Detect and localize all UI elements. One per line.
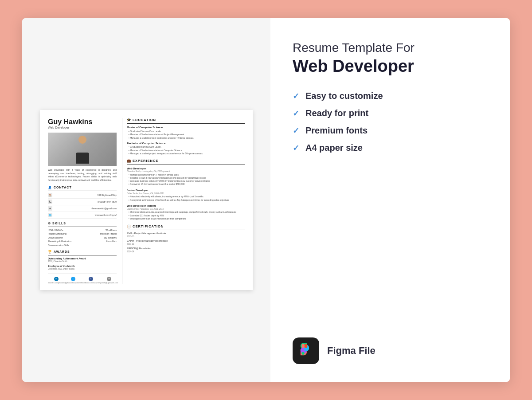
contact-list: 🏠 134 Rightward Way 📞 (000)954-987-2679 … — [48, 193, 117, 219]
social-twitter: t @johnsmithutw.twitter — [64, 277, 82, 284]
svg-rect-1 — [301, 344, 304, 348]
social-facebook: f facebook.com/my.smith — [82, 277, 100, 284]
main-container: Guy Hawkins Web Developer Web Developer … — [22, 18, 510, 382]
info-main-title: Web Developer — [293, 57, 492, 76]
job-item: Junior Developer Didier Sachs, Los Santo… — [127, 188, 245, 202]
experience-section: 💼 EXPERIENCE Web Developer Claredon Smit… — [127, 159, 245, 220]
svg-rect-2 — [301, 348, 304, 352]
feature-paper: ✓ A4 paper size — [293, 143, 492, 153]
contact-section-title: 👤 CONTACT — [48, 185, 117, 191]
phone-icon: 📞 — [48, 200, 52, 204]
contact-icon: 👤 — [48, 185, 52, 190]
contact-email: ✉ theresawebb@gmail.com — [48, 206, 117, 212]
contact-section: 👤 CONTACT 🏠 134 Rightward Way 📞 (000)954… — [48, 185, 117, 219]
award-item: Outstanding Achievement Award 2017, Clar… — [48, 257, 117, 263]
skills-icon: ⚙ — [48, 221, 51, 226]
skill-row: Photoshop & Illustration Linux/Unix — [48, 240, 117, 243]
resume-job-title: Web Developer — [48, 125, 117, 130]
skill-row: Dream Weaver MS Windows — [48, 236, 117, 239]
education-title: 🎓 EDUCATION — [127, 118, 245, 124]
skill-row: Communication Skills — [48, 244, 117, 247]
contact-phone-text: (000)954-987-2679 — [54, 200, 117, 204]
awards-section: 🏆 AWARDS Outstanding Achievement Award 2… — [48, 250, 117, 271]
email-icon: ✉ — [48, 206, 52, 211]
email-social-icon: ✉ — [107, 277, 111, 281]
info-top: Resume Template For Web Developer ✓ Easy… — [293, 40, 492, 171]
resume-bio: Web Developer with 8 years of experience… — [48, 169, 117, 182]
check-icon: ✓ — [293, 109, 299, 118]
features-list: ✓ Easy to customize ✓ Ready for print ✓ … — [293, 91, 492, 153]
feature-label-print: Ready for print — [305, 108, 368, 118]
cert-item: PMP - Project Management Institute 2010-… — [127, 232, 245, 238]
contact-web-text: www.webb.com/mycv/ — [54, 214, 117, 217]
contact-address: 🏠 134 Rightward Way — [48, 193, 117, 199]
contact-web: 🌐 www.webb.com/mycv/ — [48, 213, 117, 219]
check-icon: ✓ — [293, 143, 299, 153]
skill-row: HTML/JAVA/C+ WordPress — [48, 229, 117, 232]
resume-photo — [48, 133, 117, 166]
svg-rect-4 — [305, 344, 307, 348]
resume-left-column: Guy Hawkins Web Developer Web Developer … — [48, 118, 117, 284]
check-icon: ✓ — [293, 91, 299, 101]
web-icon: 🌐 — [48, 213, 52, 217]
job-item: Web Developer (intern) Legal Genius, Pas… — [127, 204, 245, 220]
figma-logo-box — [293, 337, 319, 364]
info-panel: Resume Template For Web Developer ✓ Easy… — [270, 18, 510, 382]
job-item: Web Developer Claredon Smith, Los Angele… — [127, 167, 245, 187]
skills-list: HTML/JAVA/C+ WordPress Project Schedulin… — [48, 229, 117, 247]
feature-label-customize: Easy to customize — [305, 91, 383, 101]
person-figure — [74, 135, 91, 164]
info-subtitle: Resume Template For — [293, 40, 492, 55]
contact-phone: 📞 (000)954-987-2679 — [48, 200, 117, 205]
awards-section-title: 🏆 AWARDS — [48, 250, 117, 255]
figma-section: Figma File — [293, 337, 492, 364]
twitter-icon: t — [71, 277, 75, 281]
skill-row: Project Scheduling Microsoft Project — [48, 232, 117, 235]
cert-item: PRINCE@ Foundation 2014-04 — [127, 247, 245, 253]
skills-section-title: ⚙ SKILLS — [48, 221, 117, 227]
feature-print: ✓ Ready for print — [293, 108, 492, 118]
contact-email-text: theresawebb@gmail.com — [54, 207, 117, 210]
figma-label: Figma File — [327, 345, 376, 357]
facebook-icon: f — [89, 277, 93, 281]
social-linkedin: in linkedin.com/johnutw — [48, 277, 64, 284]
contact-address-text: 134 Rightward Way — [54, 194, 117, 197]
skills-section: ⚙ SKILLS HTML/JAVA/C+ WordPress Project … — [48, 221, 117, 247]
certification-section: 📋 CERTiFiCATiON PMP - Project Management… — [127, 224, 245, 253]
experience-title: 💼 EXPERIENCE — [127, 159, 245, 165]
resume-preview: Guy Hawkins Web Developer Web Developer … — [22, 18, 270, 382]
resume-right-column: 🎓 EDUCATION Master of Computer Science G… — [122, 118, 245, 284]
award-item: Employee of the Month December 2009, Did… — [48, 265, 117, 271]
feature-label-fonts: Premium fonts — [305, 125, 368, 136]
feature-fonts: ✓ Premium fonts — [293, 125, 492, 136]
cert-item: CAPM - Project Management Institute 2007… — [127, 239, 245, 246]
education-icon: 🎓 — [127, 118, 131, 123]
degree-item: Bachelor of Computer Science Graduated S… — [127, 141, 245, 155]
address-icon: 🏠 — [48, 193, 52, 197]
degree-item: Master of Computer Science Graduated Sum… — [127, 125, 245, 139]
certification-icon: 📋 — [127, 224, 131, 229]
experience-icon: 💼 — [127, 159, 131, 164]
social-links: in linkedin.com/johnutw t @johnsmithutw.… — [48, 274, 117, 284]
person-head — [78, 136, 86, 144]
awards-icon: 🏆 — [48, 250, 52, 254]
person-body — [76, 153, 89, 164]
resume-paper: Guy Hawkins Web Developer Web Developer … — [40, 110, 253, 290]
check-icon: ✓ — [293, 126, 299, 136]
certification-title: 📋 CERTiFiCATiON — [127, 224, 245, 231]
svg-point-5 — [305, 349, 307, 351]
feature-customize: ✓ Easy to customize — [293, 91, 492, 101]
feature-label-paper: A4 paper size — [305, 143, 363, 153]
svg-rect-3 — [301, 352, 304, 355]
social-email: ✉ j.smith@uptowork.com — [100, 277, 118, 284]
linkedin-icon: in — [54, 277, 59, 281]
education-section: 🎓 EDUCATION Master of Computer Science G… — [127, 118, 245, 155]
figma-logo-icon — [298, 343, 314, 359]
resume-name: Guy Hawkins — [48, 118, 117, 126]
